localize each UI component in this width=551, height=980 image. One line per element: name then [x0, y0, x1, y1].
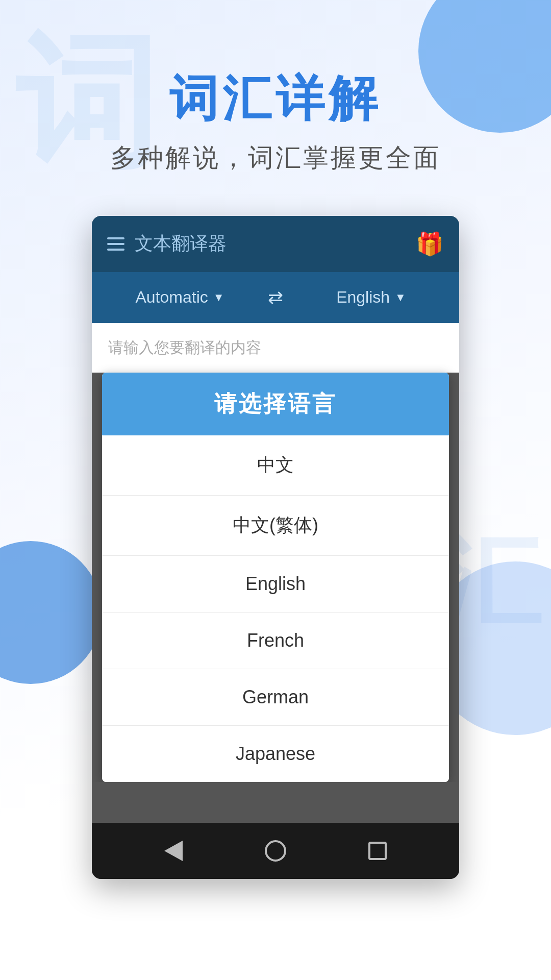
bg-circle-bottom-left [0, 541, 102, 684]
modal-title: 请选择语言 [118, 389, 433, 419]
swap-languages-icon[interactable]: ⇄ [258, 287, 293, 308]
page-header: 词汇详解 多种解说，词汇掌握更全面 [0, 0, 551, 206]
home-button[interactable] [258, 833, 293, 869]
language-option-4[interactable]: German [102, 669, 449, 726]
language-option-5[interactable]: Japanese [102, 726, 449, 782]
target-lang-dropdown-icon: ▼ [395, 291, 406, 304]
back-icon [164, 841, 183, 861]
recents-icon [368, 842, 387, 860]
page-title: 词汇详解 [0, 71, 551, 126]
source-lang-label: Automatic [135, 288, 208, 307]
modal-list: 中文中文(繁体)EnglishFrenchGermanJapanese [102, 435, 449, 782]
page-subtitle: 多种解说，词汇掌握更全面 [0, 141, 551, 175]
target-lang-button[interactable]: English ▼ [293, 283, 449, 312]
source-lang-button[interactable]: Automatic ▼ [102, 283, 258, 312]
app-topbar-title: 文本翻译器 [135, 231, 416, 256]
language-selection-modal: 请选择语言 中文中文(繁体)EnglishFrenchGermanJapanes… [102, 373, 449, 782]
source-lang-dropdown-icon: ▼ [213, 291, 224, 304]
gift-icon[interactable]: 🎁 [416, 231, 444, 257]
android-navbar [92, 823, 459, 879]
translation-input-placeholder[interactable]: 请输入您要翻译的内容 [92, 323, 459, 373]
language-option-0[interactable]: 中文 [102, 435, 449, 496]
language-option-1[interactable]: 中文(繁体) [102, 496, 449, 556]
target-lang-label: English [336, 288, 390, 307]
modal-header: 请选择语言 [102, 373, 449, 435]
hamburger-icon[interactable] [107, 237, 124, 251]
recents-button[interactable] [360, 833, 395, 869]
home-icon [265, 840, 286, 862]
app-topbar: 文本翻译器 🎁 [92, 216, 459, 272]
lang-selector-bar: Automatic ▼ ⇄ English ▼ [92, 272, 459, 323]
app-content: 请输入您要翻译的内容 请选择语言 中文中文(繁体)EnglishFrenchGe… [92, 323, 459, 823]
app-frame: 文本翻译器 🎁 Automatic ▼ ⇄ English ▼ 请输入您要翻译的… [92, 216, 459, 879]
app-bottom-spacer [92, 782, 459, 823]
language-option-3[interactable]: French [102, 612, 449, 669]
language-option-2[interactable]: English [102, 556, 449, 612]
back-button[interactable] [156, 833, 191, 869]
